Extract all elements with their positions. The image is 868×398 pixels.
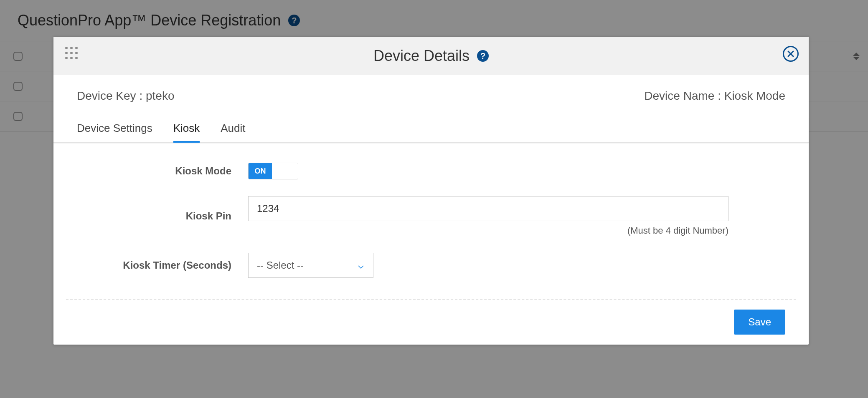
- modal-title-wrap: Device Details ?: [373, 47, 489, 65]
- device-details-modal: Device Details ? Device Key : pteko Devi…: [53, 37, 809, 345]
- kiosk-pin-control: (Must be 4 digit Number): [248, 196, 785, 236]
- toggle-on-label: ON: [249, 163, 272, 179]
- kiosk-mode-label: Kiosk Mode: [77, 165, 248, 177]
- device-name: Device Name : Kiosk Mode: [644, 89, 785, 103]
- kiosk-pin-row: Kiosk Pin (Must be 4 digit Number): [77, 196, 785, 236]
- kiosk-mode-row: Kiosk Mode ON: [77, 163, 785, 179]
- device-key-label: Device Key :: [77, 89, 146, 102]
- help-icon[interactable]: ?: [477, 50, 489, 62]
- modal-tabs: Device Settings Kiosk Audit: [53, 117, 809, 143]
- modal-header: Device Details ?: [53, 37, 809, 75]
- kiosk-timer-row: Kiosk Timer (Seconds) -- Select --: [77, 253, 785, 278]
- tab-device-settings[interactable]: Device Settings: [77, 117, 152, 142]
- modal-title: Device Details: [373, 47, 470, 65]
- kiosk-timer-select[interactable]: -- Select --: [248, 253, 373, 278]
- device-info-row: Device Key : pteko Device Name : Kiosk M…: [53, 75, 809, 117]
- kiosk-timer-label: Kiosk Timer (Seconds): [77, 259, 248, 271]
- kiosk-mode-control: ON: [248, 163, 785, 179]
- device-key: Device Key : pteko: [77, 89, 174, 103]
- close-button[interactable]: [783, 46, 799, 62]
- device-name-label: Device Name :: [644, 89, 724, 102]
- tab-audit[interactable]: Audit: [221, 117, 245, 142]
- kiosk-pin-label: Kiosk Pin: [77, 210, 248, 222]
- drag-handle-icon[interactable]: [65, 47, 78, 59]
- kiosk-mode-toggle[interactable]: ON: [248, 163, 298, 179]
- close-icon: [787, 50, 794, 58]
- modal-footer: Save: [66, 299, 796, 345]
- kiosk-pin-input[interactable]: [248, 196, 728, 221]
- tab-kiosk[interactable]: Kiosk: [173, 117, 200, 142]
- kiosk-timer-control: -- Select --: [248, 253, 785, 278]
- chevron-down-icon: [357, 262, 365, 269]
- kiosk-pin-hint: (Must be 4 digit Number): [248, 225, 728, 236]
- save-button[interactable]: Save: [734, 310, 785, 335]
- kiosk-timer-value: -- Select --: [257, 259, 304, 271]
- device-key-value: pteko: [146, 89, 175, 102]
- kiosk-form: Kiosk Mode ON Kiosk Pin (Must be 4 digit…: [53, 143, 809, 299]
- toggle-off-space: [272, 163, 298, 179]
- device-name-value: Kiosk Mode: [724, 89, 785, 102]
